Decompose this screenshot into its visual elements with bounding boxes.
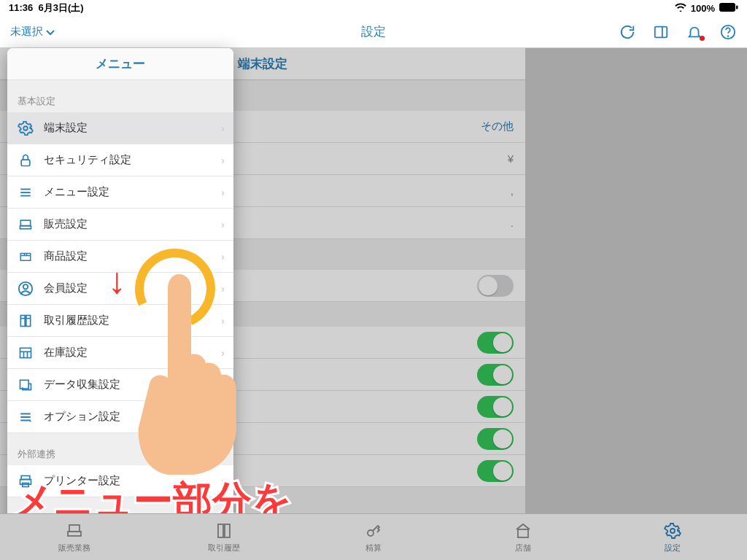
wifi-icon	[675, 3, 686, 14]
menu-item-security[interactable]: セキュリティ設定 ›	[7, 144, 233, 176]
status-bar: 11:36 6月3日(土) 100%	[0, 0, 747, 16]
refresh-button[interactable]	[619, 23, 636, 41]
bell-button[interactable]	[686, 23, 703, 41]
notification-dot-icon	[700, 36, 705, 41]
svg-rect-20	[26, 315, 31, 326]
menu-item-label: データ収集設定	[44, 378, 120, 392]
tutorial-hand-icon	[124, 267, 248, 481]
svg-rect-37	[218, 524, 223, 537]
menu-item-label: メニュー設定	[44, 185, 109, 199]
store-selector[interactable]: 未選択	[10, 25, 55, 39]
menu-item-label: セキュリティ設定	[44, 153, 131, 167]
svg-point-6	[23, 126, 28, 131]
menu-item-label: 取引履歴設定	[44, 314, 109, 327]
menu-section-basic: 基本設定	[7, 80, 233, 112]
gear-icon	[16, 119, 35, 138]
option-icon: +	[16, 408, 35, 427]
menu-item-label: 在庫設定	[44, 346, 88, 359]
status-date: 6月3日(土)	[38, 2, 83, 13]
register-icon	[64, 521, 85, 541]
battery-icon	[719, 3, 738, 14]
list-icon	[16, 183, 35, 202]
svg-rect-38	[225, 524, 230, 537]
nav-bar: 未選択 設定	[0, 16, 747, 48]
menu-item-label: 会員設定	[44, 281, 88, 295]
chevron-right-icon: ›	[221, 154, 225, 166]
tab-sales[interactable]: 販売業務	[0, 514, 150, 560]
svg-rect-1	[736, 5, 738, 9]
svg-rect-0	[719, 3, 735, 12]
svg-point-18	[23, 284, 28, 289]
svg-rect-19	[20, 315, 25, 326]
menu-item-label: オプション設定	[44, 410, 120, 424]
tab-label: 販売業務	[58, 542, 90, 553]
tab-closing[interactable]: 精算	[299, 514, 449, 560]
toggle-switch[interactable]	[477, 332, 514, 354]
toggle-switch[interactable]	[477, 460, 514, 482]
store-selector-label: 未選択	[10, 25, 43, 39]
chevron-right-icon: ›	[221, 122, 225, 134]
svg-rect-13	[20, 253, 31, 260]
battery-percent: 100%	[691, 3, 715, 14]
svg-rect-23	[20, 348, 31, 357]
tab-history[interactable]: 取引履歴	[150, 514, 299, 560]
tab-bar: 販売業務 取引履歴 精算 店舗 設定	[0, 513, 747, 560]
inventory-icon	[16, 343, 35, 362]
tab-settings[interactable]: 設定	[597, 514, 747, 560]
history-icon	[214, 521, 234, 541]
menu-item-label: 端末設定	[44, 121, 88, 135]
svg-rect-27	[20, 380, 29, 389]
data-icon	[16, 376, 35, 394]
svg-rect-7	[21, 160, 30, 166]
svg-rect-35	[69, 525, 80, 532]
key-icon	[363, 521, 384, 541]
tab-label: 取引履歴	[208, 542, 240, 553]
status-time: 11:36	[9, 2, 33, 13]
menu-item-sales[interactable]: 販売設定 ›	[7, 209, 233, 241]
chevron-down-icon	[46, 26, 55, 38]
svg-text:+: +	[29, 417, 33, 424]
tab-label: 設定	[665, 542, 681, 553]
menu-item-label: 商品設定	[44, 249, 88, 263]
menu-item-label: 販売設定	[44, 217, 88, 231]
menu-item-terminal[interactable]: 端末設定 ›	[7, 112, 233, 144]
register-icon	[16, 215, 35, 234]
svg-rect-40	[518, 529, 528, 537]
toggle-switch[interactable]	[477, 396, 514, 418]
toggle-switch[interactable]	[477, 364, 514, 386]
store-icon	[513, 521, 533, 541]
menu-item-menu[interactable]: メニュー設定 ›	[7, 176, 233, 209]
tab-label: 店舗	[515, 542, 531, 553]
chevron-right-icon: ›	[221, 250, 225, 262]
toggle-switch[interactable]	[477, 428, 514, 450]
lock-icon	[16, 151, 35, 170]
chevron-right-icon: ›	[221, 218, 225, 230]
tab-store[interactable]: 店舗	[448, 514, 597, 560]
page-title: 設定	[361, 23, 386, 40]
help-button[interactable]	[719, 23, 737, 41]
history-icon	[16, 311, 35, 330]
svg-point-5	[728, 36, 729, 36]
chevron-right-icon: ›	[221, 186, 225, 198]
tab-label: 精算	[365, 542, 382, 553]
svg-rect-36	[68, 532, 81, 536]
box-icon	[16, 247, 35, 266]
svg-rect-12	[20, 225, 31, 228]
panel-button[interactable]	[652, 23, 670, 41]
toggle-switch[interactable]	[477, 275, 514, 297]
user-icon	[16, 279, 35, 298]
svg-point-39	[368, 530, 374, 536]
svg-rect-11	[20, 220, 30, 226]
svg-rect-2	[655, 26, 667, 37]
gear-icon	[662, 521, 683, 541]
menu-title: メニュー	[7, 48, 233, 80]
svg-point-41	[670, 529, 675, 533]
